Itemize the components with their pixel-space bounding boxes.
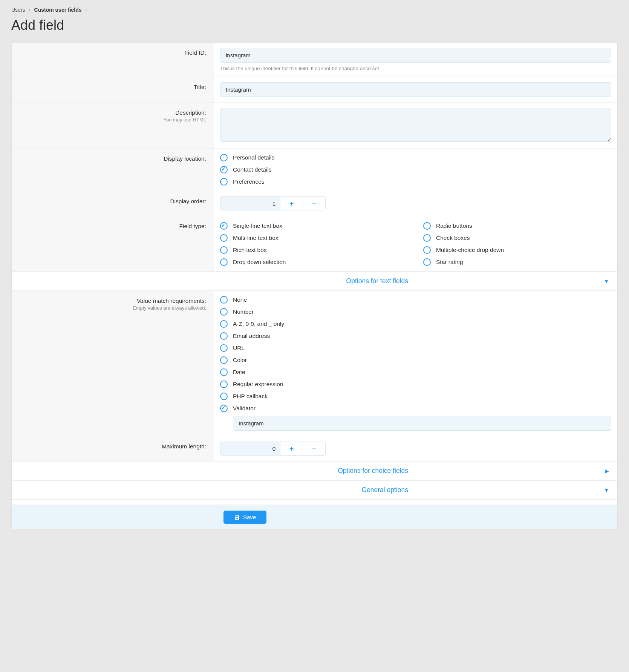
- value-match-label: Date: [233, 369, 245, 376]
- radio-icon: [220, 308, 228, 316]
- breadcrumb: Users › Custom user fields ›: [0, 0, 629, 15]
- chevron-right-icon: ▶: [605, 468, 609, 474]
- breadcrumb-users[interactable]: Users: [11, 7, 25, 13]
- display-location-label: Contact details: [233, 166, 272, 173]
- description-hint: You may use HTML: [19, 117, 206, 123]
- value-match-label: Value match requirements:: [137, 298, 206, 304]
- breadcrumb-custom-fields[interactable]: Custom user fields: [34, 7, 82, 13]
- radio-icon: [220, 405, 228, 412]
- minus-icon: −: [312, 199, 317, 208]
- radio-icon: [220, 222, 228, 230]
- value-match-none[interactable]: None: [220, 296, 611, 304]
- value-match-number[interactable]: Number: [220, 308, 611, 316]
- radio-icon: [423, 222, 431, 230]
- section-choice-options[interactable]: Options for choice fields ▶: [12, 461, 617, 480]
- radio-icon: [220, 178, 228, 186]
- field-id-label: Field ID:: [12, 43, 214, 77]
- value-match-label: None: [233, 296, 247, 303]
- display-order-label: Display order:: [12, 191, 214, 216]
- field-type-label: Star rating: [436, 259, 463, 265]
- plus-icon: +: [289, 445, 294, 453]
- value-match-email[interactable]: Email address: [220, 332, 611, 340]
- value-match-alnum[interactable]: A-Z, 0-9, and _ only: [220, 320, 611, 328]
- field-type-check[interactable]: Check boxes: [423, 234, 611, 242]
- title-input[interactable]: [220, 82, 611, 97]
- value-match-regex[interactable]: Regular expression: [220, 380, 611, 388]
- field-type-single[interactable]: Single-line text box: [220, 222, 408, 230]
- display-order-increment[interactable]: +: [280, 196, 303, 210]
- field-type-label: Check boxes: [436, 235, 470, 241]
- max-length-decrement[interactable]: −: [303, 442, 326, 456]
- radio-icon: [220, 166, 228, 173]
- value-match-label: PHP callback: [233, 393, 268, 400]
- field-type-multi[interactable]: Multi-line text box: [220, 234, 408, 242]
- display-location-label: Display location:: [12, 149, 214, 191]
- save-bar: Save: [12, 505, 617, 529]
- radio-icon: [423, 234, 431, 242]
- value-match-color[interactable]: Color: [220, 356, 611, 364]
- display-location-personal[interactable]: Personal details: [220, 154, 611, 161]
- field-type-dropdown[interactable]: Drop down selection: [220, 258, 408, 266]
- display-location-label: Preferences: [233, 178, 265, 185]
- radio-icon: [220, 296, 228, 304]
- section-general-options-title: General options: [213, 486, 416, 494]
- max-length-input[interactable]: [220, 442, 280, 456]
- field-type-label: Rich text box: [233, 247, 267, 253]
- radio-icon: [220, 234, 228, 242]
- section-text-options-title: Options for text fields: [213, 277, 416, 285]
- max-length-increment[interactable]: +: [280, 442, 303, 456]
- validator-value-input[interactable]: [233, 416, 611, 431]
- value-match-validator[interactable]: Validator: [220, 405, 611, 412]
- chevron-right-icon: ›: [86, 7, 87, 12]
- field-id-help: This is the unique identifier for this f…: [220, 66, 611, 71]
- display-location-label: Personal details: [233, 154, 274, 161]
- save-button[interactable]: Save: [223, 511, 266, 524]
- value-match-label: Email address: [233, 333, 270, 339]
- radio-icon: [220, 344, 228, 352]
- page-title: Add field: [0, 15, 629, 42]
- field-type-rich[interactable]: Rich text box: [220, 246, 408, 254]
- radio-icon: [220, 320, 228, 328]
- form-panel: Field ID: This is the unique identifier …: [11, 42, 618, 529]
- field-type-label: Radio buttons: [436, 222, 472, 229]
- value-match-label: Validator: [233, 405, 256, 412]
- plus-icon: +: [289, 199, 294, 208]
- radio-icon: [220, 154, 228, 161]
- chevron-right-icon: ›: [29, 7, 31, 12]
- display-order-input[interactable]: [220, 196, 280, 210]
- section-general-options[interactable]: General options ▼: [12, 480, 617, 500]
- field-type-label: Multiple-choice drop down: [436, 247, 504, 253]
- radio-icon: [423, 246, 431, 254]
- display-order-decrement[interactable]: −: [303, 196, 326, 210]
- radio-icon: [220, 393, 228, 400]
- value-match-label: A-Z, 0-9, and _ only: [233, 321, 284, 327]
- field-type-label: Single-line text box: [233, 222, 282, 229]
- value-match-label: Regular expression: [233, 381, 283, 388]
- field-id-input[interactable]: [220, 48, 611, 63]
- field-type-radio[interactable]: Radio buttons: [423, 222, 611, 230]
- radio-icon: [220, 380, 228, 388]
- section-choice-options-title: Options for choice fields: [213, 467, 416, 475]
- field-type-star[interactable]: Star rating: [423, 258, 611, 266]
- radio-icon: [423, 258, 431, 266]
- field-type-mcdrop[interactable]: Multiple-choice drop down: [423, 246, 611, 254]
- radio-icon: [220, 356, 228, 364]
- field-type-label: Field type:: [12, 216, 214, 271]
- value-match-label: Number: [233, 308, 254, 315]
- radio-icon: [220, 368, 228, 376]
- value-match-url[interactable]: URL: [220, 344, 611, 352]
- radio-icon: [220, 332, 228, 340]
- value-match-label: URL: [233, 345, 245, 351]
- section-text-options[interactable]: Options for text fields ▼: [12, 272, 617, 291]
- field-type-label: Multi-line text box: [233, 235, 279, 241]
- save-button-label: Save: [243, 514, 256, 520]
- value-match-label: Color: [233, 357, 247, 364]
- value-match-php[interactable]: PHP callback: [220, 393, 611, 400]
- description-input[interactable]: [220, 108, 611, 142]
- value-match-date[interactable]: Date: [220, 368, 611, 376]
- radio-icon: [220, 246, 228, 254]
- chevron-down-icon: ▼: [604, 487, 609, 493]
- display-location-contact[interactable]: Contact details: [220, 166, 611, 173]
- minus-icon: −: [312, 445, 317, 453]
- display-location-pref[interactable]: Preferences: [220, 178, 611, 186]
